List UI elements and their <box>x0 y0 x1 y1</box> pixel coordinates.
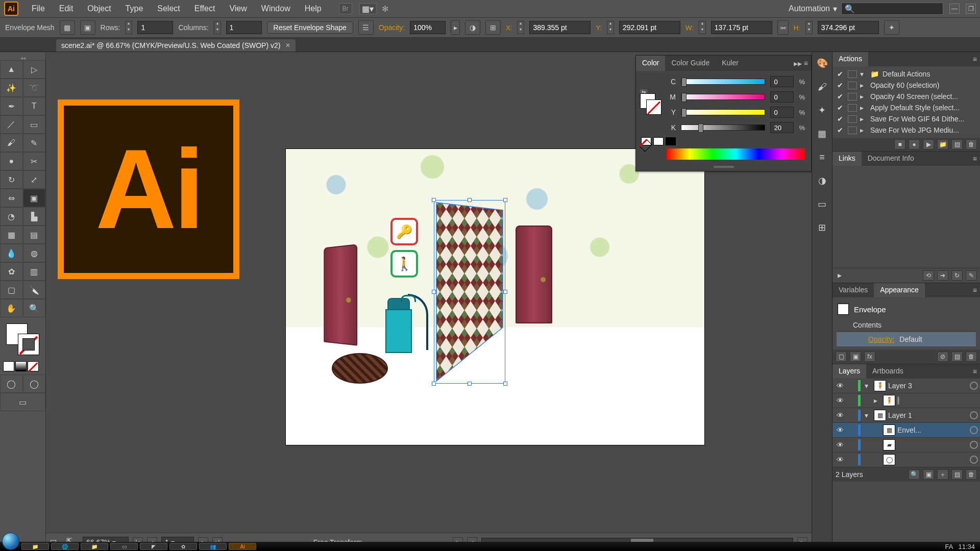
maximize-button[interactable]: ❐ <box>966 4 976 14</box>
expand-icon[interactable]: ▸ <box>874 396 881 405</box>
color-spectrum[interactable] <box>667 148 805 160</box>
constrain-proportions-icon[interactable]: ⫘ <box>777 20 789 35</box>
stroke-swatch[interactable] <box>18 334 39 355</box>
target-icon[interactable] <box>970 441 978 449</box>
dock-symbols-icon[interactable]: ✦ <box>815 103 829 117</box>
channel-y-slider[interactable] <box>681 109 765 115</box>
menu-select[interactable]: Select <box>150 4 187 13</box>
dock-appearance-icon[interactable]: ▭ <box>815 197 829 211</box>
color-panel-swatch[interactable] <box>640 93 662 115</box>
update-link-icon[interactable]: ↻ <box>951 270 963 281</box>
rows-stepper[interactable]: ▴▾ <box>125 21 132 34</box>
color-panel-bw-swatches[interactable] <box>640 137 805 145</box>
tab-links[interactable]: Links <box>832 152 862 166</box>
handle-bottom-mid[interactable] <box>468 382 472 386</box>
tab-document-info[interactable]: Document Info <box>862 152 920 166</box>
dock-transform-icon[interactable]: ⊞ <box>815 220 829 235</box>
menu-effect[interactable]: Effect <box>187 4 223 13</box>
x-stepper[interactable]: ▴▾ <box>517 21 524 34</box>
taskbar-item[interactable]: 👥 <box>199 543 227 550</box>
opacity-field[interactable]: 100% <box>410 21 446 34</box>
pen-tool[interactable]: ✒ <box>0 97 23 115</box>
expand-icon[interactable]: ▾ <box>865 411 872 419</box>
sync-icon[interactable]: ✻ <box>382 4 388 14</box>
blend-tool[interactable]: ◍ <box>23 244 46 262</box>
shape-builder-tool[interactable]: ◔ <box>0 207 23 226</box>
layer-name[interactable]: Layer 1 <box>888 411 968 419</box>
opacity-flyout-icon[interactable]: ▸ <box>451 20 460 35</box>
duplicate-item-icon[interactable]: ▤ <box>951 352 963 362</box>
taskbar-item[interactable]: 📁 <box>81 543 108 550</box>
layer-row[interactable]: 👁▾▦Layer 1 <box>832 408 980 423</box>
channel-m-field[interactable]: 0 <box>770 91 794 103</box>
dialog-toggle[interactable] <box>848 70 857 78</box>
taskbar-item[interactable]: ▭ <box>110 543 138 550</box>
appearance-menu-icon[interactable]: ≡ <box>973 286 977 294</box>
visibility-icon[interactable]: 👁 <box>835 410 846 420</box>
make-clipping-mask-icon[interactable]: ▣ <box>923 469 934 480</box>
stop-action-icon[interactable]: ■ <box>894 139 905 149</box>
target-icon[interactable] <box>970 382 978 390</box>
cols-field[interactable]: 1 <box>226 21 262 34</box>
dock-color-icon[interactable]: 🎨 <box>815 56 829 70</box>
taskbar-item[interactable]: ◤ <box>140 543 167 550</box>
arrange-documents-icon[interactable]: ▦▾ <box>359 3 377 14</box>
width-tool[interactable]: ⇔ <box>0 189 23 207</box>
taskbar-item[interactable]: 📁 <box>21 543 49 550</box>
dock-swatches-icon[interactable]: ▦ <box>815 127 829 141</box>
rectangle-tool[interactable]: ▭ <box>23 115 46 134</box>
panel-menu-icon[interactable]: ≡ <box>804 59 808 67</box>
eraser-tool[interactable]: ✂ <box>23 152 46 170</box>
actions-menu-icon[interactable]: ≡ <box>973 55 977 63</box>
tab-color-guide[interactable]: Color Guide <box>665 56 716 71</box>
action-row[interactable]: ✔▸Opacity 40 Screen (select... <box>835 91 978 102</box>
goto-link-icon[interactable]: ➔ <box>937 270 948 281</box>
h-stepper[interactable]: ▴▾ <box>805 21 813 34</box>
bridge-icon[interactable]: Br <box>339 3 352 14</box>
zoom-tool[interactable]: 🔍 <box>23 299 46 317</box>
new-art-maintain-icon[interactable]: ▢ <box>836 352 847 362</box>
visibility-icon[interactable]: 👁 <box>835 395 846 406</box>
artboard-tool[interactable]: ▢ <box>0 281 23 299</box>
tab-color[interactable]: Color <box>636 56 665 71</box>
layer-row[interactable]: 👁▾🧍Layer 3 <box>832 379 980 393</box>
eyedropper-tool[interactable]: 💧 <box>0 244 23 262</box>
handle-bottom-left[interactable] <box>432 382 436 386</box>
play-action-icon[interactable]: ▶ <box>923 139 934 149</box>
tab-kuler[interactable]: Kuler <box>716 56 745 71</box>
tab-layers[interactable]: Layers <box>832 364 866 379</box>
document-tab[interactable]: scene2.ai* @ 66.67% (CMYK/Preview/U.S. W… <box>56 39 296 52</box>
tab-variables[interactable]: Variables <box>832 283 874 297</box>
handle-top-left[interactable] <box>432 198 436 202</box>
layer-row[interactable]: 👁◯ <box>832 453 980 467</box>
channel-y-field[interactable]: 0 <box>770 107 794 118</box>
paintbrush-tool[interactable]: 🖌 <box>0 134 23 152</box>
record-action-icon[interactable]: ● <box>909 139 920 149</box>
color-panel-grip[interactable] <box>636 166 811 171</box>
expand-icon[interactable]: ▾ <box>865 382 872 390</box>
envelope-options-icon[interactable]: ☰ <box>358 20 374 35</box>
layer-row[interactable]: 👁▦Envel... <box>832 423 980 438</box>
y-field[interactable]: 292.091 pt <box>619 21 680 34</box>
new-layer-icon[interactable]: ▤ <box>951 469 963 480</box>
color-mode-none[interactable] <box>28 361 39 371</box>
relink-icon[interactable]: ⟲ <box>923 270 934 281</box>
tools-grip[interactable]: ◂◂ <box>0 55 45 60</box>
perspective-grid-tool[interactable]: ▙ <box>23 207 46 226</box>
hand-tool[interactable]: ✋ <box>0 299 23 317</box>
action-row[interactable]: ✔▸Save For Web GIF 64 Dithe... <box>835 113 978 124</box>
handle-bottom-right[interactable] <box>503 382 507 386</box>
h-field[interactable]: 374.296 pt <box>818 21 879 34</box>
white-swatch[interactable] <box>653 137 664 145</box>
selection-bounding-box[interactable] <box>434 200 505 384</box>
taskbar-item-illustrator[interactable]: Ai <box>229 543 256 550</box>
delete-action-icon[interactable]: 🗑 <box>966 139 977 149</box>
dock-brush-icon[interactable]: 🖌 <box>815 80 829 94</box>
reset-envelope-button[interactable]: Reset Envelope Shape <box>267 21 353 34</box>
new-set-icon[interactable]: 📁 <box>937 139 948 149</box>
links-menu-icon[interactable]: ≡ <box>973 155 977 163</box>
align-reference-icon[interactable]: ⊞ <box>485 20 501 35</box>
edit-contents-icon[interactable]: ▣ <box>80 20 95 35</box>
visibility-icon[interactable]: 👁 <box>835 381 846 391</box>
action-row[interactable]: ✔▸Opacity 60 (selection) <box>835 80 978 91</box>
